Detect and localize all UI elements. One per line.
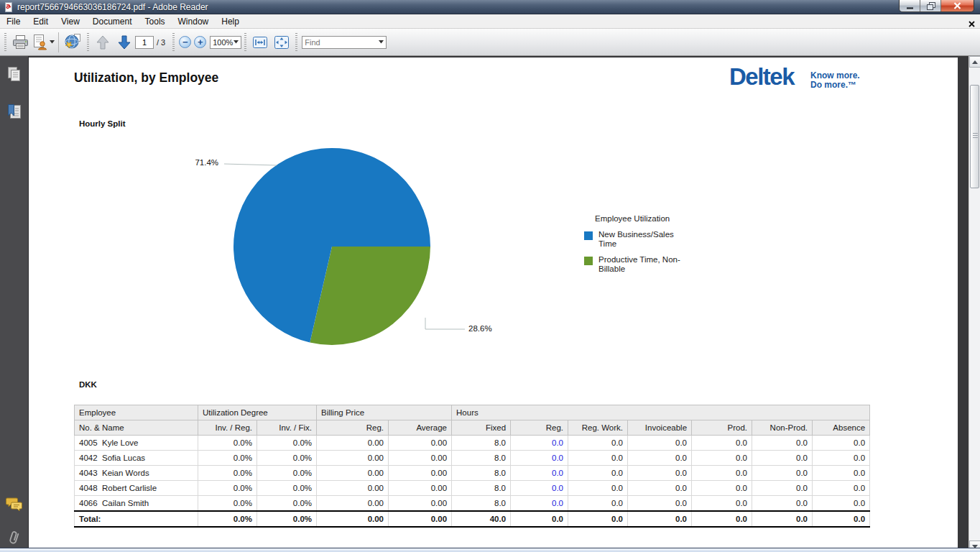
toolbar-grip [172,33,175,52]
column-header: Absence [813,420,870,436]
total-value: 0.0 [692,511,752,527]
menu-file[interactable]: File [0,15,27,28]
bookmarks-icon [6,104,23,121]
employee-cell: 4066Cailan Smith [75,496,198,512]
column-header: Reg. [317,420,389,436]
value-cell: 0.00 [317,451,389,466]
value-cell: 0.00 [389,496,452,512]
email-document-icon [31,34,48,51]
logo-tagline-line2: Do more.™ [810,80,860,90]
legend-swatch [584,231,593,240]
toolbar-grip [87,33,89,52]
page-number-input[interactable] [135,36,154,49]
value-cell: 0.0 [752,481,813,496]
value-cell: 0.0% [257,466,317,481]
legend-item: Productive Time, Non-Billable [584,255,699,274]
close-document-button[interactable] [969,17,975,30]
fit-width-icon [251,34,269,50]
menu-help[interactable]: Help [215,15,246,28]
window-title: report7566794663036186724.pdf - Adobe Re… [17,2,208,12]
minus-icon: − [182,37,188,47]
total-value: 0.0 [628,511,692,527]
value-cell: 0.0 [568,451,628,466]
fit-page-button[interactable] [271,32,292,53]
value-cell: 0.0% [198,466,257,481]
employee-cell: 4042Sofia Lucas [75,451,198,466]
paperclip-icon [6,529,23,546]
reg-hours-link[interactable]: 0.0 [511,481,568,496]
employee-cell: 4048Robert Carlisle [75,481,198,496]
value-cell: 0.0% [198,451,257,466]
menu-tools[interactable]: Tools [139,15,172,28]
zoom-in-button[interactable]: + [194,36,206,48]
minimize-button[interactable] [900,0,920,12]
toolbar-grip [4,33,6,52]
reg-hours-link[interactable]: 0.0 [511,436,568,451]
employee-cell: 4005Kyle Love [75,436,198,451]
value-cell: 0.0 [692,466,752,481]
currency-label: DKK [79,380,97,389]
column-header: Reg. [511,420,568,436]
employee-name: Keian Words [102,469,149,477]
menu-window[interactable]: Window [172,15,216,28]
next-page-button[interactable] [114,32,135,53]
scroll-up-button[interactable] [969,56,980,68]
column-header: Invoiceable [628,420,692,436]
column-header: Inv. / Fix. [257,420,317,436]
fit-width-button[interactable] [249,32,271,53]
employee-name: Sofia Lucas [102,454,145,462]
email-button[interactable] [31,32,55,53]
logo-brand-text: Deltek [729,65,794,89]
chevron-down-icon [234,40,239,44]
legend-swatch [584,257,593,265]
menu-document[interactable]: Document [86,15,139,28]
value-cell: 0.0 [628,466,692,481]
legend-label: New Business/Sales Time [598,230,680,249]
employee-number: 4048 [79,484,102,492]
taskbar-edge [0,548,980,552]
scrollbar-thumb[interactable] [970,85,979,188]
group-header-cell: Hours [452,405,870,420]
total-value: 0.0% [257,511,317,527]
table-group-header-row: EmployeeUtilization DegreeBilling PriceH… [75,405,870,420]
value-cell: 0.00 [317,496,389,512]
find-box [302,36,387,49]
find-input[interactable] [305,38,374,47]
print-button[interactable] [9,32,31,53]
bookmarks-button[interactable] [6,104,23,121]
previous-page-button[interactable] [92,32,114,53]
reg-hours-link[interactable]: 0.0 [511,466,568,481]
value-cell: 0.0 [813,451,870,466]
value-cell: 0.0 [628,451,692,466]
legend-label: Productive Time, Non-Billable [598,255,680,274]
pdf-page: Utilization, by Employee Deltek Know mor… [29,58,958,552]
total-value: 0.0 [568,511,628,527]
restore-button[interactable] [920,0,941,12]
close-document-icon [969,21,975,27]
value-cell: 0.00 [389,481,452,496]
value-cell: 0.0 [628,436,692,451]
menu-edit[interactable]: Edit [27,15,55,28]
globe-icon [64,33,83,51]
reg-hours-link[interactable]: 0.0 [511,451,568,466]
navigation-sidebar [0,56,29,552]
previous-page-icon [96,34,110,50]
comments-button[interactable] [6,496,23,513]
dropdown-caret-icon [50,40,55,44]
value-cell: 0.0 [692,451,752,466]
close-button[interactable] [941,0,974,12]
value-cell: 0.0 [813,466,870,481]
employee-name: Cailan Smith [102,499,149,507]
logo-tagline: Know more. Do more.™ [810,71,860,90]
vertical-scrollbar[interactable] [969,56,980,552]
menu-view[interactable]: View [55,15,86,28]
page-thumbnails-button[interactable] [6,66,23,83]
attachments-button[interactable] [6,529,23,546]
value-cell: 0.0 [752,496,813,512]
pie-data-label-blue: 71.4% [178,158,218,167]
zoom-out-button[interactable]: − [179,36,191,48]
reg-hours-link[interactable]: 0.0 [511,496,568,512]
collaborate-button[interactable] [63,32,84,53]
zoom-level-select[interactable]: 100% [210,36,241,49]
legend-title: Employee Utilization [595,214,699,223]
